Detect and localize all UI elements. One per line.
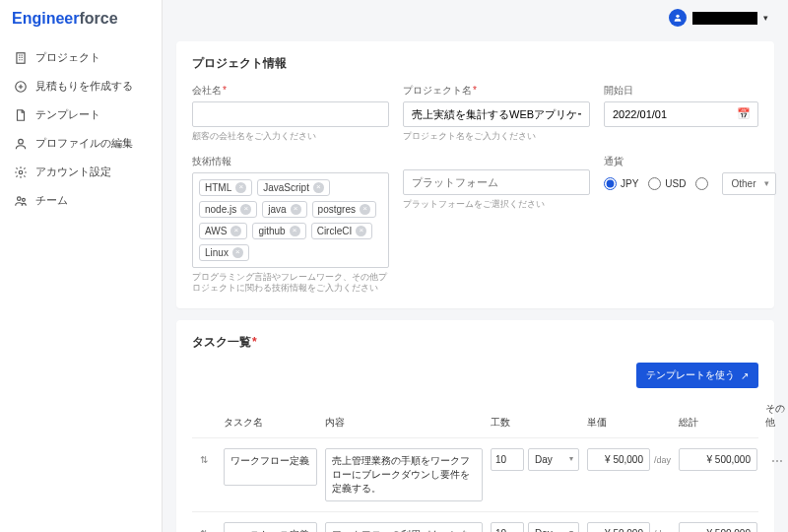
sidebar-item-label: チーム bbox=[35, 193, 68, 208]
drag-handle-icon[interactable]: ⇅ bbox=[192, 448, 216, 465]
svg-point-6 bbox=[676, 15, 679, 18]
sidebar-item-1[interactable]: 見積もりを作成する bbox=[0, 72, 162, 100]
task-list-title: タスク一覧 bbox=[192, 334, 758, 351]
sidebar-item-0[interactable]: プロジェクト bbox=[0, 43, 162, 72]
currency-radio-USD[interactable]: USD bbox=[648, 177, 686, 190]
svg-point-4 bbox=[18, 196, 22, 200]
sidebar-item-label: テンプレート bbox=[35, 107, 100, 122]
task-desc-input[interactable]: 売上管理業務の手順をワークフローにブレークダウンし要件を定義する。 bbox=[325, 448, 483, 501]
rate-input[interactable]: ¥ 50,000 bbox=[587, 522, 650, 532]
sidebar-item-label: プロファイルの編集 bbox=[35, 136, 133, 151]
sidebar-nav: プロジェクト見積もりを作成するテンプレートプロファイルの編集アカウント設定チーム bbox=[0, 37, 162, 221]
user-name[interactable]: ——— bbox=[692, 12, 757, 25]
svg-rect-0 bbox=[17, 52, 25, 63]
tech-tag: HTML× bbox=[199, 179, 252, 196]
tech-tag: CircleCI× bbox=[311, 223, 373, 239]
tag-remove-icon[interactable]: × bbox=[313, 182, 324, 193]
project-name-hint: プロジェクト名をご入力ください bbox=[403, 131, 590, 143]
start-date-input[interactable] bbox=[604, 101, 758, 127]
tech-tag: AWS× bbox=[199, 223, 247, 239]
effort-unit-select[interactable]: Day bbox=[528, 448, 579, 471]
task-row: ⇅ユースケース定義ワークフローの利用パターンをユースケースにまとめる。10Day… bbox=[192, 511, 758, 532]
task-name-input[interactable]: ワークフロー定義 bbox=[224, 448, 317, 486]
sidebar-item-3[interactable]: プロファイルの編集 bbox=[0, 129, 162, 158]
tag-remove-icon[interactable]: × bbox=[360, 204, 370, 215]
task-row: ⇅ワークフロー定義売上管理業務の手順をワークフローにブレークダウンし要件を定義す… bbox=[192, 437, 758, 511]
currency-radio-JPY[interactable]: JPY bbox=[604, 177, 638, 190]
svg-point-2 bbox=[19, 139, 24, 144]
tag-remove-icon[interactable]: × bbox=[230, 226, 241, 236]
total-value: ¥ 500,000 bbox=[679, 522, 757, 532]
effort-number-input[interactable]: 10 bbox=[491, 522, 524, 532]
building-icon bbox=[14, 51, 28, 65]
platform-hint: プラットフォームをご選択ください bbox=[403, 199, 590, 211]
tech-tag: postgres× bbox=[312, 201, 376, 218]
row-menu-icon[interactable]: ⋯ bbox=[765, 522, 788, 532]
rate-per-label: /day bbox=[654, 529, 671, 532]
avatar-icon[interactable] bbox=[669, 9, 687, 27]
project-info-title: プロジェクト情報 bbox=[192, 55, 758, 72]
project-name-label: プロジェクト名 bbox=[403, 84, 590, 98]
sidebar-item-5[interactable]: チーム bbox=[0, 186, 162, 215]
task-desc-input[interactable]: ワークフローの利用パターンをユースケースにまとめる。 bbox=[325, 522, 483, 532]
project-info-card: プロジェクト情報 会社名 顧客の会社名をご入力ください プロジェクト名 プロジェ… bbox=[176, 41, 774, 308]
task-list-card: タスク一覧 テンプレートを使う ↗ タスク名 内容 工数 単価 総計 その他 ⇅… bbox=[176, 320, 774, 532]
project-name-input[interactable] bbox=[403, 101, 590, 127]
sidebar-item-label: アカウント設定 bbox=[35, 165, 111, 179]
calendar-icon[interactable]: 📅 bbox=[737, 107, 751, 120]
tech-tag: java× bbox=[262, 201, 306, 218]
user-icon bbox=[14, 137, 28, 151]
effort-unit-select[interactable]: Day bbox=[528, 522, 579, 532]
team-icon bbox=[14, 194, 28, 208]
tag-remove-icon[interactable]: × bbox=[291, 204, 301, 215]
currency-label: 通貨 bbox=[604, 155, 776, 168]
company-hint: 顧客の会社名をご入力ください bbox=[192, 131, 389, 143]
effort-number-input[interactable]: 10 bbox=[491, 448, 524, 471]
logo: Engineerforce bbox=[0, 0, 162, 37]
gear-icon bbox=[14, 166, 28, 179]
total-value: ¥ 500,000 bbox=[679, 448, 757, 471]
tag-remove-icon[interactable]: × bbox=[232, 247, 243, 258]
currency-other-select[interactable]: Other bbox=[722, 172, 776, 195]
tag-remove-icon[interactable]: × bbox=[240, 204, 251, 215]
sidebar-item-label: 見積もりを作成する bbox=[35, 79, 133, 94]
topbar: ——— ▾ bbox=[163, 0, 788, 35]
start-date-label: 開始日 bbox=[604, 84, 758, 98]
tag-remove-icon[interactable]: × bbox=[235, 182, 246, 193]
tech-tag: JavaScript× bbox=[257, 179, 330, 196]
platform-input[interactable] bbox=[403, 169, 590, 195]
plus-circle-icon bbox=[14, 80, 28, 94]
company-label: 会社名 bbox=[192, 84, 389, 98]
tech-tag: node.js× bbox=[199, 201, 257, 218]
tech-hint: プログラミング言語やフレームワーク、その他プロジェクトに関わる技術情報をご入力く… bbox=[192, 272, 389, 295]
use-template-button[interactable]: テンプレートを使う ↗ bbox=[636, 363, 758, 388]
currency-radio-blank[interactable] bbox=[695, 177, 712, 190]
task-table-header: タスク名 内容 工数 単価 総計 その他 bbox=[192, 398, 758, 437]
rate-per-label: /day bbox=[654, 455, 671, 465]
tech-tagbox[interactable]: HTML×JavaScript×node.js×java×postgres×AW… bbox=[192, 172, 389, 268]
tech-tag: Linux× bbox=[199, 244, 249, 261]
sidebar-item-4[interactable]: アカウント設定 bbox=[0, 158, 162, 186]
task-name-input[interactable]: ユースケース定義 bbox=[224, 522, 317, 532]
user-menu-caret-icon[interactable]: ▾ bbox=[763, 13, 768, 23]
tech-label: 技術情報 bbox=[192, 155, 389, 168]
tech-tag: github× bbox=[252, 223, 305, 239]
export-icon: ↗ bbox=[741, 370, 749, 381]
file-icon bbox=[14, 108, 28, 122]
drag-handle-icon[interactable]: ⇅ bbox=[192, 522, 216, 532]
svg-point-3 bbox=[19, 170, 23, 174]
sidebar-item-2[interactable]: テンプレート bbox=[0, 100, 162, 129]
company-input[interactable] bbox=[192, 101, 389, 127]
svg-point-5 bbox=[22, 198, 25, 201]
rate-input[interactable]: ¥ 50,000 bbox=[587, 448, 650, 471]
tag-remove-icon[interactable]: × bbox=[356, 226, 366, 236]
sidebar-item-label: プロジェクト bbox=[35, 50, 100, 65]
row-menu-icon[interactable]: ⋯ bbox=[765, 448, 788, 468]
tag-remove-icon[interactable]: × bbox=[290, 226, 300, 236]
